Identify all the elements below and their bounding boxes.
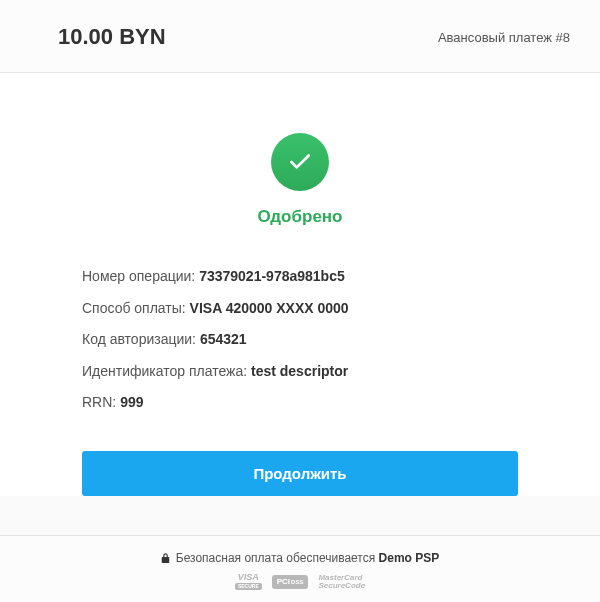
visa-badge-icon: VISA SECURE (235, 573, 262, 590)
success-check-icon (271, 133, 329, 191)
status-text: Одобрено (82, 207, 518, 227)
payment-reference: Авансовый платеж #8 (438, 30, 570, 45)
secure-payment-text: Безопасная оплата обеспечивается Demo PS… (161, 551, 439, 565)
secure-psp-name: Demo PSP (379, 551, 440, 565)
detail-label: Идентификатор платежа: (82, 363, 251, 379)
detail-value: test descriptor (251, 363, 348, 379)
detail-label: Код авторизации: (82, 331, 200, 347)
detail-payment-method: Способ оплаты: VISA 420000 XXXX 0000 (82, 299, 518, 319)
detail-value: VISA 420000 XXXX 0000 (190, 300, 349, 316)
transaction-details: Номер операции: 73379021-978a981bc5 Спос… (82, 267, 518, 413)
detail-label: RRN: (82, 394, 120, 410)
detail-operation-number: Номер операции: 73379021-978a981bc5 (82, 267, 518, 287)
detail-value: 999 (120, 394, 143, 410)
continue-button[interactable]: Продолжить (82, 451, 518, 496)
payment-badges: VISA SECURE PCIDSS MasterCard SecureCode (0, 573, 600, 590)
mastercard-securecode-badge-icon: MasterCard SecureCode (318, 574, 365, 589)
payment-amount: 10.00 BYN (58, 24, 166, 50)
detail-value: 654321 (200, 331, 247, 347)
detail-payment-id: Идентификатор платежа: test descriptor (82, 362, 518, 382)
main-content: Одобрено Номер операции: 73379021-978a98… (0, 73, 600, 496)
secure-prefix: Безопасная оплата обеспечивается (176, 551, 379, 565)
detail-value: 73379021-978a981bc5 (199, 268, 345, 284)
detail-label: Способ оплаты: (82, 300, 190, 316)
pci-dss-badge-icon: PCIDSS (272, 575, 309, 589)
header: 10.00 BYN Авансовый платеж #8 (0, 0, 600, 73)
footer: Безопасная оплата обеспечивается Demo PS… (0, 535, 600, 603)
detail-auth-code: Код авторизации: 654321 (82, 330, 518, 350)
detail-rrn: RRN: 999 (82, 393, 518, 413)
detail-label: Номер операции: (82, 268, 199, 284)
lock-icon (161, 553, 170, 564)
